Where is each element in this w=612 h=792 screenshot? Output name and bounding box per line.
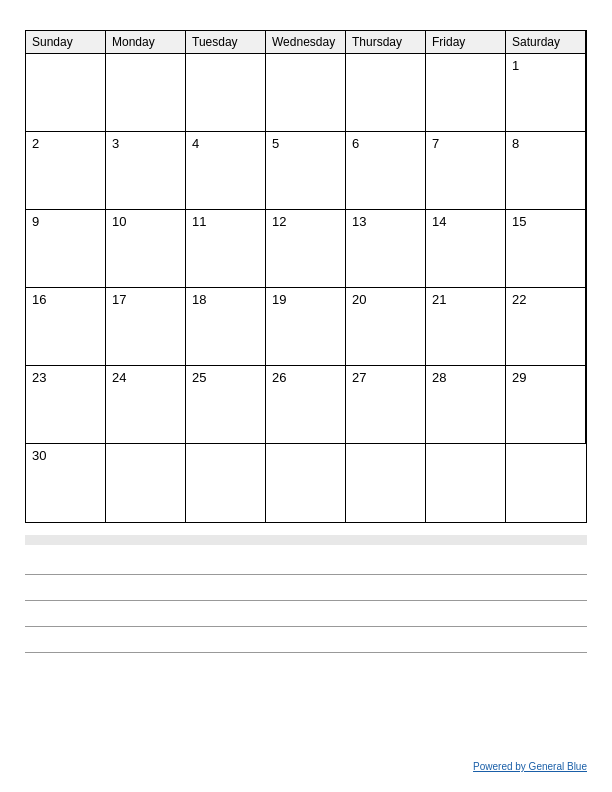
day-header: Wednesday: [266, 31, 346, 54]
day-cell-empty: [106, 444, 186, 522]
day-header: Saturday: [506, 31, 586, 54]
notes-line: [25, 605, 587, 627]
day-cell-empty: [186, 54, 266, 132]
day-cell: 22: [506, 288, 586, 366]
day-cell: 18: [186, 288, 266, 366]
day-cell: 17: [106, 288, 186, 366]
day-cell: 23: [26, 366, 106, 444]
day-cell: 21: [426, 288, 506, 366]
day-cell: 16: [26, 288, 106, 366]
day-cell-empty: [426, 54, 506, 132]
calendar-container: SundayMondayTuesdayWednesdayThursdayFrid…: [25, 30, 587, 523]
day-cell: 4: [186, 132, 266, 210]
day-cell: 15: [506, 210, 586, 288]
notes-section: [25, 535, 587, 751]
notes-line: [25, 553, 587, 575]
day-cell: 10: [106, 210, 186, 288]
notes-line: [25, 631, 587, 653]
day-cell-empty: [186, 444, 266, 522]
day-cell: 24: [106, 366, 186, 444]
day-cell: 27: [346, 366, 426, 444]
day-cell: 3: [106, 132, 186, 210]
day-header: Thursday: [346, 31, 426, 54]
day-cell: 20: [346, 288, 426, 366]
day-cell-empty: [106, 54, 186, 132]
day-cell-empty: [346, 444, 426, 522]
day-cell-empty: [506, 444, 586, 522]
day-cell: 2: [26, 132, 106, 210]
day-cell-empty: [26, 54, 106, 132]
day-cell: 1: [506, 54, 586, 132]
powered-by-link[interactable]: Powered by General Blue: [473, 761, 587, 772]
day-cell: 9: [26, 210, 106, 288]
day-cell: 19: [266, 288, 346, 366]
calendar-grid: SundayMondayTuesdayWednesdayThursdayFrid…: [26, 31, 586, 522]
notes-label: [25, 535, 587, 545]
day-cell-empty: [266, 54, 346, 132]
day-cell: 7: [426, 132, 506, 210]
day-cell: 26: [266, 366, 346, 444]
day-cell-empty: [266, 444, 346, 522]
day-cell-empty: [426, 444, 506, 522]
day-cell: 8: [506, 132, 586, 210]
day-cell: 6: [346, 132, 426, 210]
day-cell: 5: [266, 132, 346, 210]
day-cell: 11: [186, 210, 266, 288]
page: SundayMondayTuesdayWednesdayThursdayFrid…: [0, 0, 612, 792]
notes-lines: [25, 553, 587, 653]
day-cell: 29: [506, 366, 586, 444]
notes-line: [25, 579, 587, 601]
day-header: Monday: [106, 31, 186, 54]
day-header: Tuesday: [186, 31, 266, 54]
day-cell: 13: [346, 210, 426, 288]
day-cell-empty: [346, 54, 426, 132]
day-cell: 28: [426, 366, 506, 444]
powered-by: Powered by General Blue: [25, 761, 587, 772]
day-cell: 25: [186, 366, 266, 444]
day-cell: 14: [426, 210, 506, 288]
day-cell: 12: [266, 210, 346, 288]
day-header: Sunday: [26, 31, 106, 54]
day-header: Friday: [426, 31, 506, 54]
day-cell: 30: [26, 444, 106, 522]
